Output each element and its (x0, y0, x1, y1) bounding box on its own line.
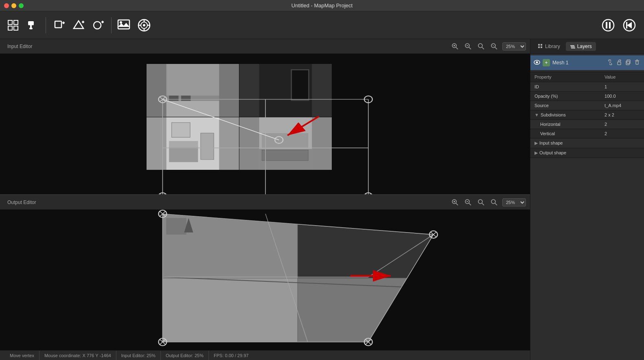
output-zoom-in-button[interactable] (450, 198, 460, 207)
fps-value: 0.00 / 29.97 (225, 353, 249, 358)
add-image-icon[interactable] (116, 17, 133, 33)
layers-list: + Mesh 1 (530, 54, 644, 72)
svg-rect-130 (571, 48, 575, 48)
trash-icon (634, 59, 640, 65)
add-video-icon[interactable] (136, 17, 152, 33)
svg-rect-59 (201, 133, 214, 159)
input-zoom-reset-button[interactable] (476, 42, 486, 51)
layer-lock-button[interactable] (616, 59, 623, 67)
svg-rect-6 (29, 28, 33, 29)
svg-rect-124 (538, 44, 540, 46)
svg-rect-51 (166, 64, 219, 96)
svg-rect-8 (55, 21, 61, 28)
grid-icon[interactable] (5, 17, 21, 33)
input-zoom-out-button[interactable] (463, 42, 473, 51)
add-quad-icon[interactable] (51, 17, 67, 33)
output-zoom-section: Output Editor: 25% (161, 351, 209, 360)
output-editor-panel: Output Editor (0, 195, 530, 350)
prop-key-subdivisions: ▼Subdivisions (530, 110, 600, 120)
prop-row-opacity: Opacity (%) 100.0 (530, 92, 644, 101)
svg-rect-136 (626, 61, 629, 65)
mouse-y: Y -1464 (95, 353, 111, 358)
svg-rect-1 (14, 20, 18, 24)
paint-icon[interactable] (24, 17, 41, 33)
svg-line-94 (495, 203, 497, 205)
svg-line-92 (482, 203, 484, 205)
svg-rect-2 (8, 26, 12, 30)
prop-row-output-shape[interactable]: ▶Output shape (530, 148, 644, 158)
svg-rect-56 (169, 146, 198, 162)
output-zoom-status-label: Output Editor: (166, 353, 193, 358)
minimize-button[interactable] (11, 3, 16, 8)
input-zoom-fit-button[interactable] (489, 42, 499, 51)
input-zoom-select[interactable]: 10% 25% 50% 75% 100% (502, 42, 526, 50)
prop-expand-input-shape[interactable]: ▶ (534, 140, 538, 145)
svg-point-93 (491, 200, 495, 204)
layer-copy-button[interactable] (624, 59, 632, 67)
add-triangle-icon[interactable] (70, 17, 87, 33)
fps-label: FPS: (214, 353, 223, 358)
prop-val-horizontal[interactable]: 2 (600, 120, 644, 129)
properties-panel: Property Value ID 1 Opacity (%) 100.0 (530, 72, 644, 360)
prop-row-input-shape[interactable]: ▶Input shape (530, 138, 644, 148)
output-canvas[interactable] (0, 210, 530, 350)
prop-expand-output-shape[interactable]: ▶ (534, 150, 538, 155)
layers-tab[interactable]: Layers (566, 42, 596, 51)
library-tab[interactable]: Library (534, 42, 564, 51)
right-panel: Library Layers (530, 39, 644, 360)
add-mesh-icon[interactable] (90, 17, 106, 33)
maximize-button[interactable] (19, 3, 24, 8)
prop-expand-subdivisions[interactable]: ▼ (534, 112, 539, 117)
svg-rect-46 (166, 101, 219, 117)
close-button[interactable] (4, 3, 9, 8)
svg-point-14 (94, 22, 101, 29)
library-icon (538, 44, 543, 49)
input-editor-panel: Input Editor (0, 39, 530, 195)
svg-rect-4 (28, 21, 34, 25)
skip-back-button[interactable] (621, 17, 637, 33)
svg-rect-29 (609, 22, 611, 29)
svg-rect-101 (298, 278, 434, 342)
output-zoom-out-button[interactable] (463, 198, 473, 207)
prop-key-output-shape: ▶Output shape (530, 148, 600, 158)
layer-item-mesh1[interactable]: + Mesh 1 (530, 55, 644, 70)
input-editor-toolbar: Input Editor (0, 39, 530, 54)
layer-delete-button[interactable] (633, 59, 641, 67)
svg-point-78 (364, 193, 372, 194)
window-controls[interactable] (4, 3, 24, 8)
layer-add-button[interactable]: + (543, 59, 550, 66)
svg-line-85 (456, 203, 458, 205)
output-zoom-status: 25% (195, 353, 204, 358)
prop-val-source[interactable]: t_A.mp4 (600, 101, 644, 110)
layers-tab-label: Layers (577, 44, 592, 49)
svg-point-75 (158, 193, 166, 194)
output-zoom-fit-button[interactable] (489, 198, 499, 207)
svg-marker-31 (627, 22, 632, 29)
input-canvas[interactable] (0, 54, 530, 194)
prop-key-horizontal: Horizontal (530, 120, 600, 129)
input-zoom-in-button[interactable] (450, 42, 460, 51)
copy-icon (625, 59, 631, 65)
svg-point-40 (478, 44, 482, 48)
svg-line-44 (493, 45, 494, 46)
image-cell-tr (239, 64, 332, 117)
mouse-x: X 776 (82, 353, 94, 358)
prop-key-id: ID (530, 82, 600, 92)
pause-button[interactable] (600, 17, 616, 33)
svg-rect-62 (262, 150, 308, 160)
prop-val-opacity[interactable]: 100.0 (600, 92, 644, 101)
output-mesh-overlay (0, 210, 530, 350)
layer-link-button[interactable] (607, 59, 614, 67)
layer-visibility-toggle[interactable] (534, 59, 540, 66)
prop-val-vertical[interactable]: 2 (600, 129, 644, 138)
prop-row-subdivisions[interactable]: ▼Subdivisions 2 x 2 (530, 110, 644, 120)
output-zoom-reset-button[interactable] (476, 198, 486, 207)
titlebar: Untitled - MapMap Project (0, 0, 644, 11)
toolbar-divider-2 (111, 17, 112, 33)
input-zoom-section: Input Editor: 25% (116, 351, 161, 360)
output-zoom-select[interactable]: 10% 25% 50% 75% 100% (502, 198, 526, 206)
prop-header-property: Property (530, 72, 600, 82)
layer-name: Mesh 1 (552, 60, 604, 66)
svg-rect-125 (541, 44, 542, 46)
svg-rect-104 (166, 241, 202, 261)
